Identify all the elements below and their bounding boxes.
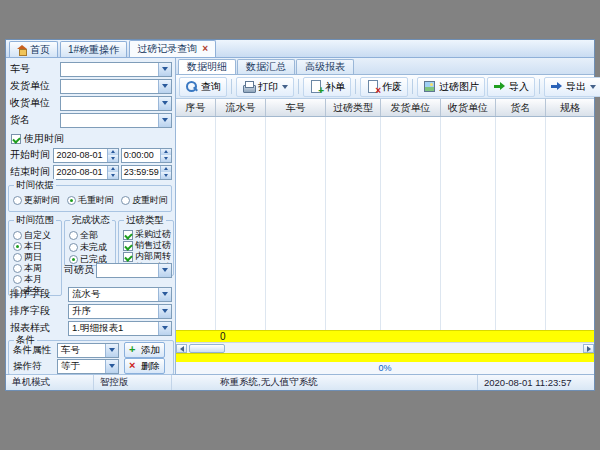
add-condition-button[interactable]: 添加 bbox=[124, 342, 165, 358]
tab-label: 首页 bbox=[30, 43, 50, 57]
grid-column bbox=[266, 117, 326, 330]
time-basis-option-update[interactable]: 更新时间 bbox=[13, 194, 60, 207]
chevron-down-icon[interactable] bbox=[158, 288, 171, 301]
chevron-down-icon[interactable] bbox=[158, 322, 171, 335]
start-date-field[interactable]: 2020-08-01 bbox=[53, 148, 118, 163]
tab-data-detail[interactable]: 数据明细 bbox=[178, 59, 236, 74]
tab-label: 1#称重操作 bbox=[68, 43, 119, 57]
status-datetime: 2020-08-01 11:23:57 bbox=[478, 375, 594, 390]
chevron-down-icon[interactable] bbox=[158, 264, 171, 277]
close-tab-icon[interactable]: × bbox=[202, 44, 208, 54]
time-spinner[interactable] bbox=[160, 149, 171, 162]
image-icon bbox=[423, 80, 436, 93]
date-value: 2020-08-01 bbox=[54, 150, 106, 160]
column-header-vehicle[interactable]: 车号 bbox=[266, 99, 326, 116]
time-spinner[interactable] bbox=[160, 166, 171, 179]
start-time-field[interactable]: 0:00:00 bbox=[121, 148, 172, 163]
chevron-down-icon[interactable] bbox=[158, 63, 171, 76]
filter-row-shipper: 发货单位 bbox=[8, 78, 172, 94]
time-basis-option-gross[interactable]: 毛重时间 bbox=[67, 194, 114, 207]
print-button[interactable]: 打印 bbox=[236, 77, 294, 97]
tab-label: 数据汇总 bbox=[246, 60, 286, 74]
toolbar-separator bbox=[298, 79, 299, 94]
end-time-row: 结束时间 2020-08-01 23:59:59 bbox=[8, 164, 172, 180]
time-basis-option-tare[interactable]: 皮重时间 bbox=[121, 194, 168, 207]
column-header-shipper[interactable]: 发货单位 bbox=[381, 99, 441, 116]
grid-column bbox=[326, 117, 381, 330]
group-title: 时间范围 bbox=[14, 214, 56, 227]
goods-label: 货名 bbox=[8, 113, 60, 127]
scrollbar-thumb[interactable] bbox=[189, 344, 225, 353]
option-label: 更新时间 bbox=[24, 194, 60, 207]
goods-combo[interactable] bbox=[60, 113, 172, 128]
supplement-order-button[interactable]: 补单 bbox=[303, 77, 351, 97]
app-window: 首页 1#称重操作 过磅记录查询 × 车号 bbox=[5, 39, 595, 391]
radio-icon bbox=[13, 264, 22, 273]
scroll-left-icon[interactable] bbox=[176, 344, 187, 353]
sort-field-row: 排序字段 流水号 bbox=[8, 286, 172, 302]
grid-body-empty bbox=[176, 117, 594, 330]
report-style-combo[interactable]: 1.明细报表1 bbox=[68, 321, 172, 336]
report-style-label: 报表样式 bbox=[8, 321, 68, 335]
delete-condition-button[interactable]: 删除 bbox=[124, 358, 165, 374]
horizontal-scrollbar[interactable] bbox=[176, 342, 594, 353]
condition-op-row: 操作符 等于 删除 bbox=[11, 358, 171, 374]
chevron-down-icon[interactable] bbox=[158, 305, 171, 318]
tab-data-summary[interactable]: 数据汇总 bbox=[237, 59, 295, 74]
vehicle-combo[interactable] bbox=[60, 62, 172, 77]
tab-advanced-report[interactable]: 高级报表 bbox=[296, 59, 354, 74]
query-button[interactable]: 查询 bbox=[179, 77, 227, 97]
tab-weigh-operation[interactable]: 1#称重操作 bbox=[60, 41, 127, 57]
operator-combo[interactable] bbox=[96, 263, 172, 278]
group-title: 过磅类型 bbox=[124, 214, 166, 227]
option-label: 皮重时间 bbox=[132, 194, 168, 207]
condition-op-combo[interactable]: 等于 bbox=[57, 359, 119, 374]
shipper-combo[interactable] bbox=[60, 79, 172, 94]
sort-field-combo[interactable]: 流水号 bbox=[68, 287, 172, 302]
weigh-images-button[interactable]: 过磅图片 bbox=[417, 77, 485, 97]
chevron-down-icon[interactable] bbox=[158, 97, 171, 110]
sort-field-label: 排序字段 bbox=[8, 287, 68, 301]
chevron-down-icon[interactable] bbox=[158, 114, 171, 127]
tab-record-query[interactable]: 过磅记录查询 × bbox=[129, 40, 216, 57]
scroll-right-icon[interactable] bbox=[583, 344, 594, 353]
condition-attr-combo[interactable]: 车号 bbox=[57, 343, 119, 358]
column-header-goods[interactable]: 货名 bbox=[496, 99, 546, 116]
column-header-weigh-type[interactable]: 过磅类型 bbox=[326, 99, 381, 116]
sort-order-row: 排序字段 升序 bbox=[8, 303, 172, 319]
toolbar-separator bbox=[539, 79, 540, 94]
status-system-name: 称重系统,无人值守系统 bbox=[172, 375, 478, 390]
condition-attr-label: 条件属性 bbox=[11, 344, 57, 357]
end-date-field[interactable]: 2020-08-01 bbox=[53, 165, 118, 180]
import-button[interactable]: 导入 bbox=[487, 77, 535, 97]
operator-row: 司磅员 bbox=[64, 262, 172, 278]
time-basis-group: 时间依据 更新时间 毛重时间 皮重时间 bbox=[8, 185, 172, 212]
chevron-down-icon[interactable] bbox=[105, 344, 118, 357]
export-button[interactable]: 导出 bbox=[544, 77, 600, 97]
receiver-combo[interactable] bbox=[60, 96, 172, 111]
checkbox-icon bbox=[123, 252, 133, 262]
void-order-button[interactable]: 作废 bbox=[360, 77, 408, 97]
column-header-serial[interactable]: 流水号 bbox=[216, 99, 266, 116]
progress-value: 0% bbox=[378, 363, 391, 373]
column-header-receiver[interactable]: 收货单位 bbox=[441, 99, 496, 116]
date-spinner[interactable] bbox=[107, 166, 118, 179]
radio-icon bbox=[13, 231, 22, 240]
button-label: 作废 bbox=[382, 80, 402, 94]
column-header-seq[interactable]: 序号 bbox=[176, 99, 216, 116]
chevron-down-icon[interactable] bbox=[105, 360, 118, 373]
status-edition: 智控版 bbox=[94, 375, 172, 390]
group-title: 完成状态 bbox=[70, 214, 112, 227]
option-label: 毛重时间 bbox=[78, 194, 114, 207]
chevron-down-icon[interactable] bbox=[158, 80, 171, 93]
combo-value: 1.明细报表1 bbox=[69, 322, 158, 335]
button-label: 删除 bbox=[141, 360, 160, 373]
use-time-checkbox[interactable]: 使用时间 bbox=[11, 132, 64, 146]
radio-icon bbox=[13, 196, 22, 205]
end-time-field[interactable]: 23:59:59 bbox=[121, 165, 172, 180]
tab-home[interactable]: 首页 bbox=[9, 41, 58, 57]
grid-toolbar: 查询 打印 补单 作废 bbox=[176, 75, 594, 99]
sort-order-combo[interactable]: 升序 bbox=[68, 304, 172, 319]
column-header-spec[interactable]: 规格 bbox=[546, 99, 594, 116]
date-spinner[interactable] bbox=[107, 149, 118, 162]
